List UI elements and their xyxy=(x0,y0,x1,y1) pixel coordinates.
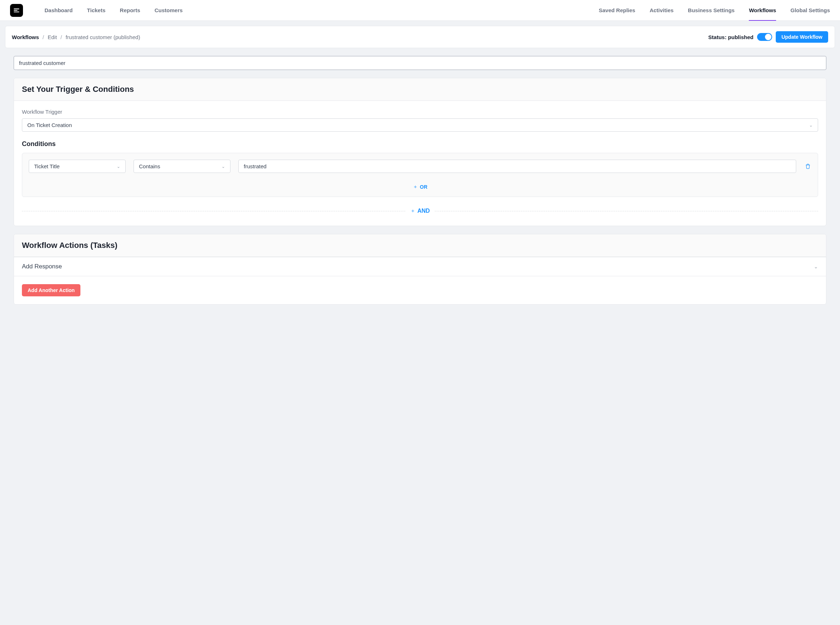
nav-workflows[interactable]: Workflows xyxy=(749,0,776,21)
plus-icon: ＋ xyxy=(410,208,415,214)
delete-condition-button[interactable] xyxy=(804,163,811,169)
triggers-card: Set Your Trigger & Conditions Workflow T… xyxy=(14,78,826,226)
breadcrumb-sep: / xyxy=(61,34,62,40)
condition-group: Ticket Title ⌄ Contains ⌄ ＋ xyxy=(22,153,818,197)
condition-field-select[interactable]: Ticket Title ⌄ xyxy=(29,160,126,173)
plus-icon: ＋ xyxy=(413,184,418,190)
add-action-button[interactable]: Add Another Action xyxy=(22,284,80,296)
nav-reports[interactable]: Reports xyxy=(120,0,140,21)
main-nav: DashboardTicketsReportsCustomers Saved R… xyxy=(45,0,830,20)
triggers-heading: Set Your Trigger & Conditions xyxy=(22,85,818,94)
nav-dashboard[interactable]: Dashboard xyxy=(45,0,73,21)
condition-row: Ticket Title ⌄ Contains ⌄ xyxy=(29,160,811,173)
trigger-label: Workflow Trigger xyxy=(22,109,818,115)
status-area: Status: published Update Workflow xyxy=(708,31,828,43)
chevron-down-icon: ⌄ xyxy=(809,123,813,128)
nav-tickets[interactable]: Tickets xyxy=(87,0,105,21)
breadcrumb-root[interactable]: Workflows xyxy=(12,34,39,40)
breadcrumb-current: frustrated customer (published) xyxy=(66,34,140,40)
nav-business-settings[interactable]: Business Settings xyxy=(688,0,734,21)
breadcrumb-edit[interactable]: Edit xyxy=(48,34,57,40)
actions-heading: Workflow Actions (Tasks) xyxy=(22,241,818,250)
top-navbar: DashboardTicketsReportsCustomers Saved R… xyxy=(0,0,840,21)
action-item-label: Add Response xyxy=(22,263,62,270)
action-item[interactable]: Add Response ⌄ xyxy=(14,257,826,276)
breadcrumb-sep: / xyxy=(43,34,44,40)
trigger-value: On Ticket Creation xyxy=(27,122,72,128)
chevron-down-icon: ⌄ xyxy=(814,264,818,269)
breadcrumb-bar: Workflows / Edit / frustrated customer (… xyxy=(5,26,835,48)
status-toggle[interactable] xyxy=(757,33,772,41)
trigger-select[interactable]: On Ticket Creation ⌄ xyxy=(22,118,818,132)
nav-saved-replies[interactable]: Saved Replies xyxy=(599,0,635,21)
nav-customers[interactable]: Customers xyxy=(154,0,182,21)
add-and-condition[interactable]: ＋ AND xyxy=(22,208,818,214)
actions-card: Workflow Actions (Tasks) Add Response ⌄ … xyxy=(14,234,826,305)
add-or-condition[interactable]: ＋ OR xyxy=(29,184,811,190)
breadcrumb: Workflows / Edit / frustrated customer (… xyxy=(12,34,140,40)
condition-operator-select[interactable]: Contains ⌄ xyxy=(134,160,231,173)
conditions-heading: Conditions xyxy=(22,140,818,148)
app-logo[interactable] xyxy=(10,4,23,17)
nav-global-settings[interactable]: Global Settings xyxy=(790,0,830,21)
chevron-down-icon: ⌄ xyxy=(221,164,225,169)
chevron-down-icon: ⌄ xyxy=(117,164,120,169)
or-label: OR xyxy=(420,184,427,190)
status-label: Status: published xyxy=(708,34,753,40)
workflow-name-input[interactable] xyxy=(14,56,826,70)
nav-activities[interactable]: Activities xyxy=(650,0,674,21)
and-label: AND xyxy=(418,208,430,214)
condition-field-value: Ticket Title xyxy=(34,163,59,169)
condition-operator-value: Contains xyxy=(139,163,160,169)
update-workflow-button[interactable]: Update Workflow xyxy=(776,31,828,43)
condition-value-input[interactable] xyxy=(238,160,796,173)
